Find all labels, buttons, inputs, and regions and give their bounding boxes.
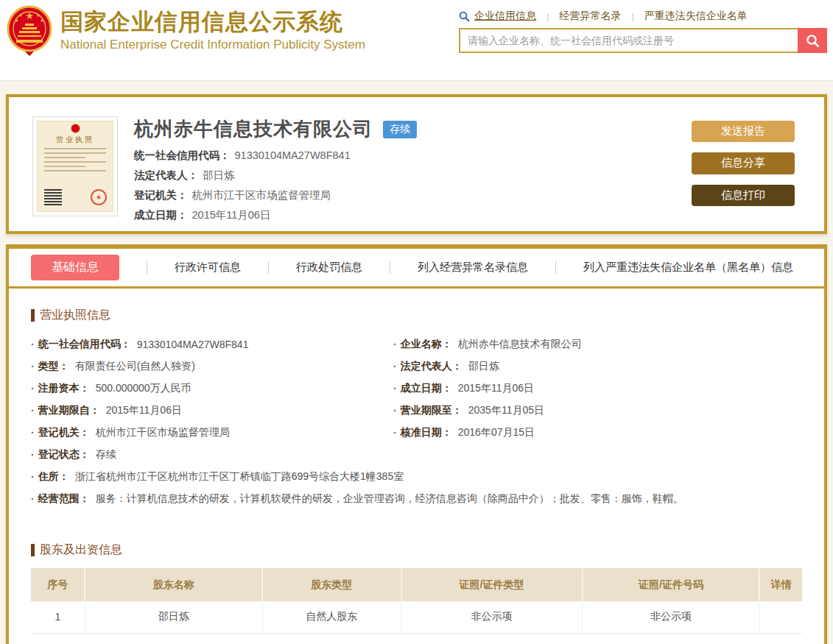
- site-title: 国家企业信用信息公示系统: [60, 9, 365, 35]
- tab-separator: [147, 261, 147, 274]
- field-credit-code: ·统一社会信用代码：91330104MA27W8F841: [31, 333, 393, 355]
- tab-blacklist[interactable]: 列入严重违法失信企业名单（黑名单）信息: [583, 261, 793, 275]
- site-subtitle: National Enterprise Credit Information P…: [60, 38, 365, 52]
- shareholder-table-header-row: 序号 股东名称 股东类型 证照/证件类型 证照/证件号码 详情: [31, 568, 802, 601]
- tab-admin-license[interactable]: 行政许可信息: [175, 261, 241, 275]
- shareholder-table: 序号 股东名称 股东类型 证照/证件类型 证照/证件号码 详情 1 邵日炼 自然: [31, 568, 802, 634]
- search-bar: [459, 28, 827, 53]
- license-title: 营业执照: [38, 135, 113, 145]
- field-registration-status: ·登记状态：存续: [31, 444, 393, 466]
- field-address: ·住所：浙江省杭州市江干区杭州市江干区丁桥镇临丁路699号综合大楼1幢385室: [31, 466, 802, 488]
- col-header-name: 股东名称: [85, 568, 262, 601]
- search-input[interactable]: [459, 28, 798, 53]
- site-header: ★ ★ ★ ★ ★ 国家企业信用信息公示系统 National Enterpri…: [0, 0, 833, 81]
- national-emblem-logo: ★ ★ ★ ★ ★: [6, 4, 53, 56]
- col-header-cert-no: 证照/证件号码: [583, 568, 760, 601]
- detail-card: 基础信息 行政许可信息 行政处罚信息 列入经营异常名录信息 列入严重违法失信企业…: [6, 244, 827, 644]
- field-empty: [393, 444, 802, 466]
- main-content: 营业执照 ★ 杭州赤牛信息技术有限公司 存续 统一社会信用代码：: [0, 81, 833, 644]
- status-badge: 存续: [383, 121, 417, 138]
- table-row: 1 邵日炼 自然人股东 非公示项 非公示项: [31, 601, 802, 633]
- shareholder-section-title: 股东及出资信息: [31, 542, 802, 558]
- tab-abnormal-list[interactable]: 列入经营异常名录信息: [418, 261, 528, 275]
- col-header-no: 序号: [31, 568, 85, 601]
- company-name: 杭州赤牛信息技术有限公司: [134, 116, 373, 142]
- license-qr-code: [44, 188, 62, 205]
- field-approval-date: ·核准日期：2016年07月15日: [393, 422, 802, 444]
- tab-separator: [390, 261, 390, 274]
- site-brand: ★ ★ ★ ★ ★ 国家企业信用信息公示系统 National Enterpri…: [6, 4, 365, 56]
- share-info-button[interactable]: 信息分享: [692, 152, 795, 174]
- tab-basic-info[interactable]: 基础信息: [31, 255, 119, 280]
- cell-no: 1: [31, 601, 85, 633]
- field-legal-rep: ·法定代表人：邵日炼: [393, 355, 802, 378]
- company-field-credit-code: 统一社会信用代码：91330104MA27W8F841: [134, 149, 692, 162]
- field-registered-capital: ·注册资本：500.000000万人民币: [31, 378, 393, 400]
- header-right: 企业信用信息 | 经营异常名录 | 严重违法失信企业名单: [459, 9, 827, 53]
- field-company-type: ·类型：有限责任公司(自然人独资): [31, 355, 393, 378]
- license-emblem-icon: [71, 124, 80, 133]
- send-report-button[interactable]: 发送报告: [692, 121, 795, 142]
- section-marker: [31, 309, 35, 322]
- cell-cert-no: 非公示项: [583, 601, 760, 633]
- svg-text:★: ★: [15, 18, 18, 23]
- company-field-registry: 登记机关：杭州市江干区市场监督管理局: [134, 188, 692, 202]
- tab-separator: [268, 261, 269, 274]
- license-fields-grid: ·统一社会信用代码：91330104MA27W8F841 ·企业名称：杭州赤牛信…: [31, 333, 802, 510]
- section-marker: [31, 544, 35, 556]
- basic-info-content: 营业执照信息 ·统一社会信用代码：91330104MA27W8F841 ·企业名…: [9, 308, 824, 634]
- business-license-thumbnail[interactable]: 营业执照 ★: [32, 116, 118, 216]
- search-scope-links: 企业信用信息 | 经营异常名录 | 严重违法失信企业名单: [459, 9, 827, 24]
- company-summary-card: 营业执照 ★ 杭州赤牛信息技术有限公司 存续 统一社会信用代码：: [6, 94, 827, 234]
- search-icon: [459, 11, 470, 22]
- svg-text:★: ★: [36, 13, 40, 18]
- field-business-scope: ·经营范围：服务：计算机信息技术的研发，计算机软硬件的研发，企业管理咨询，经济信…: [31, 488, 802, 510]
- col-header-cert-type: 证照/证件类型: [401, 568, 583, 601]
- cell-cert-type: 非公示项: [401, 601, 583, 633]
- nav-link-credit-info[interactable]: 企业信用信息: [474, 10, 536, 23]
- nav-link-blacklist[interactable]: 严重违法失信企业名单: [644, 10, 748, 23]
- field-term-to: ·营业期限至：2035年11月05日: [393, 400, 802, 422]
- print-info-button[interactable]: 信息打印: [692, 185, 795, 206]
- svg-text:★: ★: [25, 10, 34, 21]
- field-term-from: ·营业期限自：2015年11月06日: [31, 400, 393, 422]
- company-field-legal-rep: 法定代表人：邵日炼: [134, 169, 692, 182]
- field-company-name: ·企业名称：杭州赤牛信息技术有限公司: [393, 333, 802, 355]
- search-button-icon: [806, 34, 820, 48]
- search-button[interactable]: [798, 28, 827, 53]
- company-info-block: 杭州赤牛信息技术有限公司 存续 统一社会信用代码：91330104MA27W8F…: [134, 116, 692, 216]
- tab-bar: 基础信息 行政许可信息 行政处罚信息 列入经营异常名录信息 列入严重违法失信企业…: [9, 249, 824, 289]
- brand-text: 国家企业信用信息公示系统 National Enterprise Credit …: [60, 4, 365, 52]
- tab-admin-penalty[interactable]: 行政处罚信息: [296, 261, 362, 275]
- svg-text:★: ★: [18, 13, 22, 18]
- col-header-type: 股东类型: [262, 568, 401, 601]
- company-field-establish-date: 成立日期：2015年11月06日: [134, 208, 692, 222]
- nav-link-abnormal-list[interactable]: 经营异常名录: [559, 10, 621, 23]
- license-info-section-title: 营业执照信息: [31, 308, 802, 323]
- action-buttons: 发送报告 信息分享 信息打印: [692, 121, 795, 216]
- cell-detail: [759, 601, 802, 633]
- license-red-seal: ★: [91, 189, 107, 205]
- cell-name: 邵日炼: [85, 601, 262, 633]
- nav-separator: |: [631, 11, 633, 22]
- cell-type: 自然人股东: [262, 601, 401, 633]
- tab-separator: [555, 261, 556, 274]
- svg-text:★: ★: [40, 18, 43, 23]
- nav-separator: |: [546, 11, 549, 22]
- field-establish-date: ·成立日期：2015年11月06日: [393, 378, 802, 400]
- col-header-detail: 详情: [759, 568, 802, 601]
- field-registry-authority: ·登记机关：杭州市江干区市场监督管理局: [31, 422, 393, 444]
- business-license-preview: 营业执照 ★: [37, 121, 113, 212]
- page: ★ ★ ★ ★ ★ 国家企业信用信息公示系统 National Enterpri…: [0, 0, 833, 644]
